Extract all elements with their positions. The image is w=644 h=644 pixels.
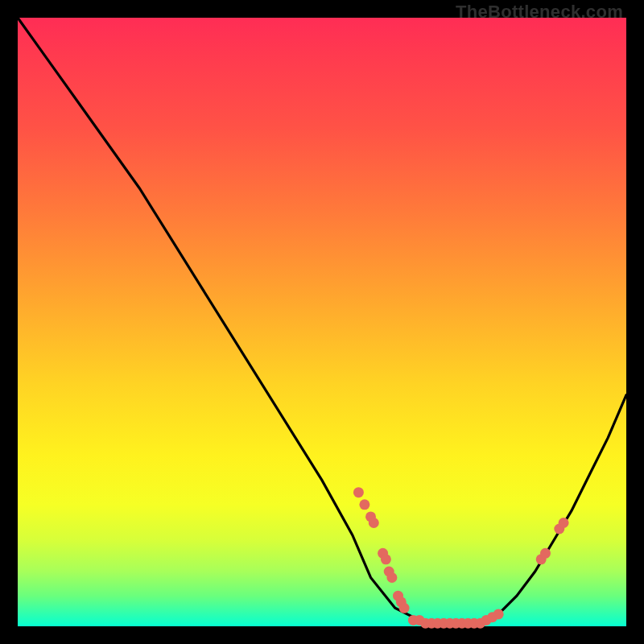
data-point <box>359 499 369 510</box>
data-point <box>369 518 379 528</box>
chart-frame <box>18 18 626 626</box>
data-point <box>399 603 410 613</box>
data-point <box>386 572 397 583</box>
chart-svg <box>18 18 626 626</box>
data-point <box>540 548 551 559</box>
bottleneck-curve <box>18 18 626 626</box>
data-point <box>493 609 504 619</box>
data-point <box>559 518 569 528</box>
data-point <box>381 554 391 564</box>
marker-group <box>353 487 569 629</box>
data-point <box>353 487 364 497</box>
